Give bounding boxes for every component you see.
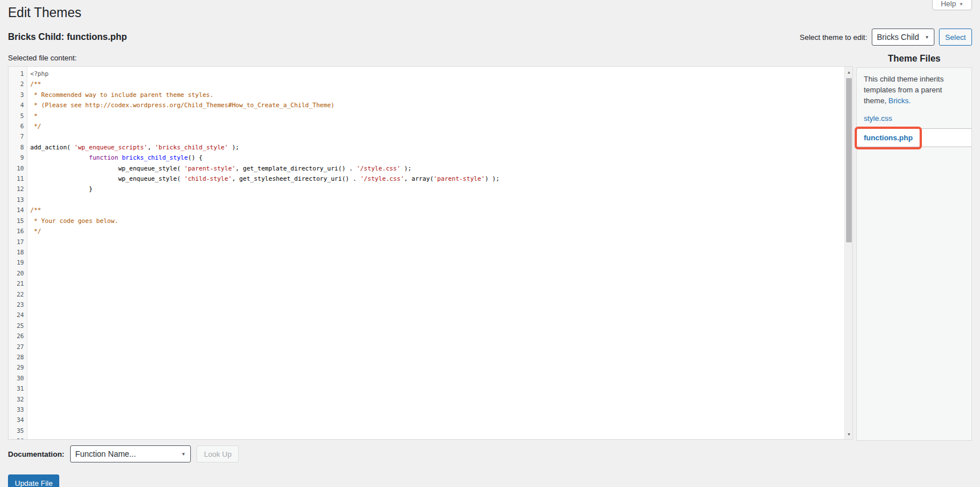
theme-select[interactable]: Bricks Child ▼ <box>872 29 934 46</box>
current-file-link: functions.php <box>864 133 913 142</box>
edit-themes-page: Help ▼ Edit Themes Bricks Child: functio… <box>0 0 980 487</box>
code-editor: 1234567891011121314151617181920212223242… <box>8 66 853 440</box>
page-title: Edit Themes <box>8 3 972 23</box>
help-tab-label: Help <box>941 0 956 8</box>
chevron-down-icon: ▼ <box>925 35 929 40</box>
update-file-button[interactable]: Update File <box>8 474 59 487</box>
editor-column: Selected file content: 12345678910111213… <box>8 54 853 440</box>
line-numbers: 1234567891011121314151617181920212223242… <box>9 67 27 439</box>
theme-files-panel: This child theme inherits templates from… <box>856 67 972 441</box>
documentation-label: Documentation: <box>8 450 64 458</box>
select-theme-button[interactable]: Select <box>939 29 972 46</box>
scroll-down-icon[interactable]: ▼ <box>845 430 853 438</box>
documentation-select-value: Function Name... <box>75 449 136 458</box>
documentation-row: Documentation: Function Name... ▼ Look U… <box>8 445 972 462</box>
subheader-row: Bricks Child: functions.php Select theme… <box>8 29 972 46</box>
current-file-heading: Bricks Child: functions.php <box>8 32 127 42</box>
scrollbar-thumb[interactable] <box>846 78 852 242</box>
theme-files-column: Theme Files This child theme inherits te… <box>856 54 972 441</box>
theme-files-heading: Theme Files <box>856 54 972 64</box>
select-theme-label: Select theme to edit: <box>800 33 868 42</box>
scroll-up-icon[interactable]: ▲ <box>845 68 853 76</box>
help-tab[interactable]: Help ▼ <box>932 0 972 10</box>
editor-scrollbar[interactable]: ▲ ▼ <box>844 67 852 439</box>
main-columns: Selected file content: 12345678910111213… <box>8 54 972 441</box>
parent-theme-link[interactable]: Bricks. <box>888 96 910 105</box>
lookup-button[interactable]: Look Up <box>197 445 239 462</box>
theme-switcher: Select theme to edit: Bricks Child ▼ Sel… <box>800 29 972 46</box>
chevron-down-icon: ▼ <box>181 452 186 457</box>
file-link-style-css[interactable]: style.css <box>864 114 965 123</box>
theme-select-value: Bricks Child <box>877 33 919 42</box>
chevron-down-icon: ▼ <box>959 2 963 7</box>
code-content[interactable]: <?php/** * Recommended way to include pa… <box>27 67 852 439</box>
selected-file-content-label: Selected file content: <box>8 54 853 62</box>
child-theme-description: This child theme inherits templates from… <box>864 74 965 106</box>
documentation-select[interactable]: Function Name... ▼ <box>70 445 191 462</box>
file-item-functions-php[interactable]: functions.php <box>857 128 971 147</box>
